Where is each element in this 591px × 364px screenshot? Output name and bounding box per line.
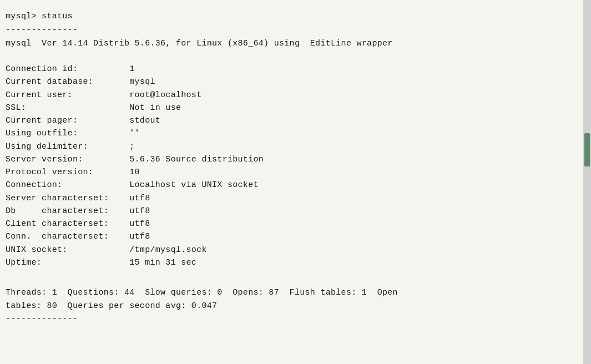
status-field: Server version: 5.6.36 Source distributi… — [6, 153, 572, 166]
divider-bottom: -------------- — [6, 312, 572, 325]
status-field: Using delimiter: ; — [6, 140, 572, 153]
stats-line-1: Threads: 1 Questions: 44 Slow queries: 0… — [6, 286, 572, 299]
divider-top: -------------- — [6, 24, 572, 37]
prompt-line: mysql> status — [6, 10, 572, 23]
stats-line-2: tables: 80 Queries per second avg: 0.047 — [6, 300, 572, 312]
status-fields: Connection id: 1Current database: mysqlC… — [6, 63, 572, 269]
status-field: Connection: Localhost via UNIX socket — [6, 179, 572, 191]
status-field: Current pager: stdout — [6, 114, 572, 127]
status-field: Protocol version: 10 — [6, 166, 572, 179]
version-line: mysql Ver 14.14 Distrib 5.6.36, for Linu… — [6, 37, 572, 50]
status-field: Db characterset: utf8 — [6, 205, 572, 218]
status-field: Using outfile: '' — [6, 127, 572, 140]
terminal-window: mysql> status -------------- mysql Ver 1… — [0, 0, 583, 364]
status-field: Current user: root@localhost — [6, 89, 572, 102]
status-field: Conn. characterset: utf8 — [6, 230, 572, 243]
status-field: UNIX socket: /tmp/mysql.sock — [6, 244, 572, 256]
status-field: Current database: mysql — [6, 75, 572, 88]
status-field: Connection id: 1 — [6, 63, 572, 75]
blank-line-1 — [6, 50, 572, 63]
status-field: Server characterset: utf8 — [6, 192, 572, 205]
scrollbar[interactable] — [583, 0, 591, 364]
blank-line-2 — [6, 269, 572, 282]
status-field: Client characterset: utf8 — [6, 218, 572, 230]
status-field: SSL: Not in use — [6, 102, 572, 114]
scrollbar-thumb[interactable] — [584, 133, 590, 166]
status-field: Uptime: 15 min 31 sec — [6, 256, 572, 269]
